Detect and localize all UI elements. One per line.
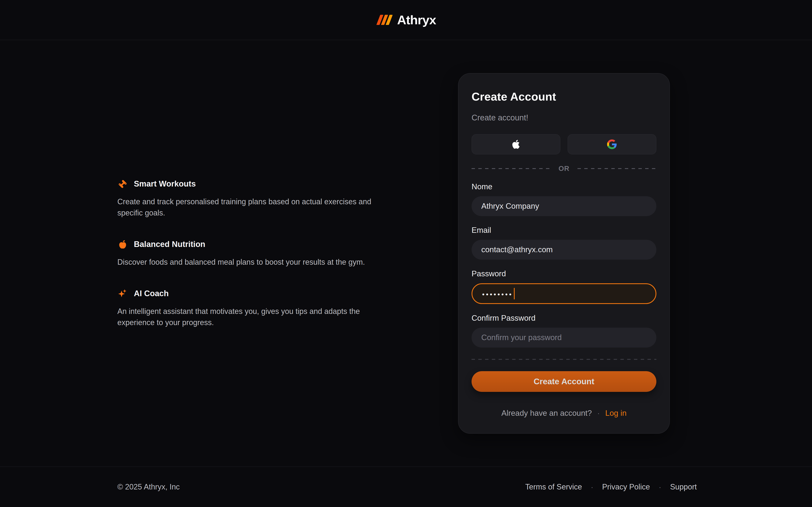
feature-list: Smart Workouts Create and track personal… — [117, 179, 390, 328]
or-divider: OR — [471, 165, 656, 173]
copyright: © 2025 Athryx, Inc — [117, 483, 180, 491]
password-masked-value: •••••••• — [482, 290, 513, 298]
social-signup-row — [471, 134, 656, 155]
footer-link-support[interactable]: Support — [670, 483, 697, 491]
separator-dot: · — [591, 483, 593, 491]
sparkles-icon — [117, 288, 128, 299]
signup-card: Create Account Create account! — [458, 73, 670, 434]
separator-dot: · — [597, 409, 600, 417]
password-input[interactable]: •••••••• — [471, 283, 656, 304]
signup-title: Create Account — [471, 90, 656, 103]
feature-description: An intelligent assistant that motivates … — [117, 306, 390, 328]
brand-name: Athryx — [397, 13, 436, 27]
signup-subtitle: Create account! — [471, 113, 656, 122]
email-input[interactable] — [471, 240, 656, 260]
apple-logo-icon — [511, 139, 520, 149]
name-label: Nome — [471, 182, 656, 191]
google-signup-button[interactable] — [567, 134, 656, 155]
divider-dash — [577, 168, 656, 169]
confirm-password-label: Confirm Password — [471, 314, 656, 323]
dumbbell-icon — [117, 179, 128, 189]
apple-signup-button[interactable] — [471, 134, 560, 155]
feature-item: AI Coach An intelligent assistant that m… — [117, 288, 390, 328]
text-caret — [514, 288, 515, 299]
footer: © 2025 Athryx, Inc Terms of Service · Pr… — [0, 466, 812, 507]
brand-logo: Athryx — [376, 13, 436, 27]
feature-title: Smart Workouts — [134, 179, 196, 188]
divider-dash — [471, 168, 550, 169]
feature-item: Smart Workouts Create and track personal… — [117, 179, 390, 218]
feature-description: Create and track personalised training p… — [117, 196, 390, 218]
name-input[interactable] — [471, 196, 656, 216]
or-label: OR — [558, 165, 569, 173]
login-row: Already have an account? · Log in — [471, 409, 656, 421]
login-prompt: Already have an account? — [501, 409, 592, 418]
nutrition-apple-icon — [117, 239, 128, 250]
footer-links: Terms of Service · Privacy Police · Supp… — [525, 483, 697, 491]
header: Athryx — [0, 0, 812, 40]
login-link[interactable]: Log in — [605, 409, 626, 418]
feature-title: AI Coach — [134, 289, 169, 298]
create-account-button[interactable]: Create Account — [471, 371, 656, 392]
footer-link-privacy[interactable]: Privacy Police — [602, 483, 650, 491]
password-label: Password — [471, 269, 656, 278]
brand-stripes-icon — [376, 14, 393, 25]
form-divider — [471, 359, 656, 360]
feature-title: Balanced Nutrition — [134, 240, 205, 249]
separator-dot: · — [659, 483, 661, 491]
email-label: Email — [471, 226, 656, 235]
confirm-password-input[interactable] — [471, 328, 656, 347]
google-logo-icon — [607, 139, 617, 149]
footer-link-terms[interactable]: Terms of Service — [525, 483, 582, 491]
main-content: Smart Workouts Create and track personal… — [0, 40, 812, 466]
feature-description: Discover foods and balanced meal plans t… — [117, 257, 390, 268]
feature-item: Balanced Nutrition Discover foods and ba… — [117, 239, 390, 268]
